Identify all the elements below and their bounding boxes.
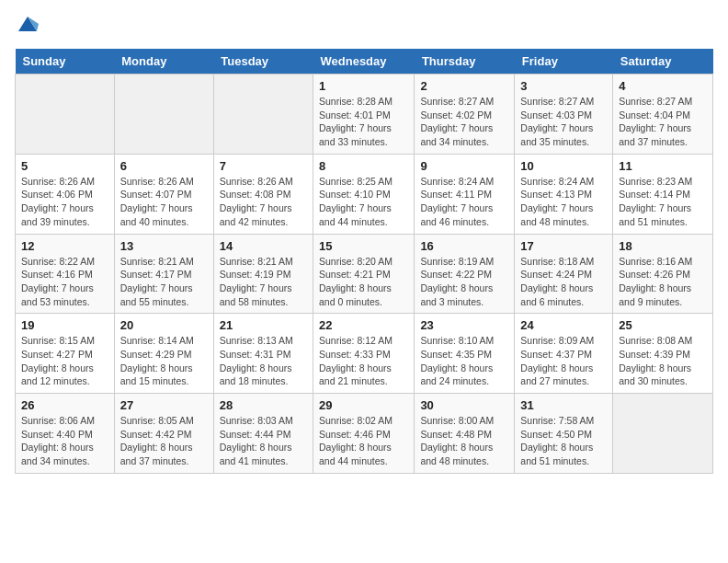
day-number: 2 [420, 79, 508, 93]
day-info: Sunrise: 8:26 AM Sunset: 4:06 PM Dayligh… [21, 175, 108, 229]
day-number: 9 [420, 159, 508, 173]
calendar-cell: 23Sunrise: 8:10 AM Sunset: 4:35 PM Dayli… [415, 314, 515, 394]
day-info: Sunrise: 8:18 AM Sunset: 4:24 PM Dayligh… [520, 255, 607, 309]
day-info: Sunrise: 8:05 AM Sunset: 4:42 PM Dayligh… [120, 414, 208, 468]
day-number: 24 [520, 318, 607, 332]
calendar-cell: 14Sunrise: 8:21 AM Sunset: 4:19 PM Dayli… [213, 234, 313, 314]
calendar-cell: 4Sunrise: 8:27 AM Sunset: 4:04 PM Daylig… [613, 75, 713, 155]
day-number: 20 [120, 318, 208, 332]
day-info: Sunrise: 8:21 AM Sunset: 4:19 PM Dayligh… [220, 255, 307, 309]
header-sunday: Sunday [16, 49, 115, 75]
day-info: Sunrise: 8:21 AM Sunset: 4:17 PM Dayligh… [120, 255, 208, 309]
header-saturday: Saturday [613, 49, 713, 75]
day-info: Sunrise: 8:26 AM Sunset: 4:08 PM Dayligh… [220, 175, 307, 229]
day-info: Sunrise: 8:09 AM Sunset: 4:37 PM Dayligh… [520, 334, 607, 388]
day-number: 14 [220, 239, 307, 253]
day-number: 3 [520, 79, 607, 93]
header-monday: Monday [114, 49, 213, 75]
header-tuesday: Tuesday [213, 49, 313, 75]
calendar-cell: 12Sunrise: 8:22 AM Sunset: 4:16 PM Dayli… [16, 234, 115, 314]
day-number: 16 [420, 239, 508, 253]
day-number: 7 [220, 159, 307, 173]
calendar-cell: 18Sunrise: 8:16 AM Sunset: 4:26 PM Dayli… [613, 234, 713, 314]
day-number: 1 [319, 79, 408, 93]
calendar-cell: 1Sunrise: 8:28 AM Sunset: 4:01 PM Daylig… [313, 75, 415, 155]
day-number: 27 [120, 398, 208, 412]
calendar-cell: 22Sunrise: 8:12 AM Sunset: 4:33 PM Dayli… [313, 314, 415, 394]
day-info: Sunrise: 8:23 AM Sunset: 4:14 PM Dayligh… [619, 175, 707, 229]
calendar-cell: 27Sunrise: 8:05 AM Sunset: 4:42 PM Dayli… [114, 394, 213, 474]
calendar-cell: 7Sunrise: 8:26 AM Sunset: 4:08 PM Daylig… [213, 154, 313, 234]
calendar-cell: 5Sunrise: 8:26 AM Sunset: 4:06 PM Daylig… [16, 154, 115, 234]
day-info: Sunrise: 8:24 AM Sunset: 4:13 PM Dayligh… [520, 175, 607, 229]
week-row-2: 12Sunrise: 8:22 AM Sunset: 4:16 PM Dayli… [16, 234, 713, 314]
day-number: 10 [520, 159, 607, 173]
day-info: Sunrise: 8:08 AM Sunset: 4:39 PM Dayligh… [619, 334, 707, 388]
calendar-cell: 31Sunrise: 7:58 AM Sunset: 4:50 PM Dayli… [515, 394, 613, 474]
day-number: 22 [319, 318, 408, 332]
week-row-4: 26Sunrise: 8:06 AM Sunset: 4:40 PM Dayli… [16, 394, 713, 474]
day-info: Sunrise: 8:13 AM Sunset: 4:31 PM Dayligh… [220, 334, 307, 388]
calendar-cell: 28Sunrise: 8:03 AM Sunset: 4:44 PM Dayli… [213, 394, 313, 474]
header-friday: Friday [515, 49, 613, 75]
calendar-cell: 11Sunrise: 8:23 AM Sunset: 4:14 PM Dayli… [613, 154, 713, 234]
day-info: Sunrise: 7:58 AM Sunset: 4:50 PM Dayligh… [520, 414, 607, 468]
day-info: Sunrise: 8:28 AM Sunset: 4:01 PM Dayligh… [319, 95, 408, 149]
day-number: 8 [319, 159, 408, 173]
day-number: 25 [619, 318, 707, 332]
day-number: 11 [619, 159, 707, 173]
calendar-cell: 25Sunrise: 8:08 AM Sunset: 4:39 PM Dayli… [613, 314, 713, 394]
day-info: Sunrise: 8:02 AM Sunset: 4:46 PM Dayligh… [319, 414, 408, 468]
day-info: Sunrise: 8:19 AM Sunset: 4:22 PM Dayligh… [420, 255, 508, 309]
day-number: 21 [220, 318, 307, 332]
calendar-cell: 2Sunrise: 8:27 AM Sunset: 4:02 PM Daylig… [415, 75, 515, 155]
header-wednesday: Wednesday [313, 49, 415, 75]
day-number: 31 [520, 398, 607, 412]
day-info: Sunrise: 8:27 AM Sunset: 4:04 PM Dayligh… [619, 95, 707, 149]
calendar-cell [114, 75, 213, 155]
calendar-cell [213, 75, 313, 155]
calendar-cell: 16Sunrise: 8:19 AM Sunset: 4:22 PM Dayli… [415, 234, 515, 314]
day-info: Sunrise: 8:16 AM Sunset: 4:26 PM Dayligh… [619, 255, 707, 309]
calendar-cell: 9Sunrise: 8:24 AM Sunset: 4:11 PM Daylig… [415, 154, 515, 234]
calendar-cell: 20Sunrise: 8:14 AM Sunset: 4:29 PM Dayli… [114, 314, 213, 394]
calendar-cell: 13Sunrise: 8:21 AM Sunset: 4:17 PM Dayli… [114, 234, 213, 314]
calendar-cell: 26Sunrise: 8:06 AM Sunset: 4:40 PM Dayli… [16, 394, 115, 474]
day-info: Sunrise: 8:12 AM Sunset: 4:33 PM Dayligh… [319, 334, 408, 388]
week-row-1: 5Sunrise: 8:26 AM Sunset: 4:06 PM Daylig… [16, 154, 713, 234]
day-info: Sunrise: 8:26 AM Sunset: 4:07 PM Dayligh… [120, 175, 208, 229]
calendar-cell: 8Sunrise: 8:25 AM Sunset: 4:10 PM Daylig… [313, 154, 415, 234]
day-info: Sunrise: 8:06 AM Sunset: 4:40 PM Dayligh… [21, 414, 108, 468]
page-header [15, 15, 713, 38]
calendar-cell: 30Sunrise: 8:00 AM Sunset: 4:48 PM Dayli… [415, 394, 515, 474]
week-row-0: 1Sunrise: 8:28 AM Sunset: 4:01 PM Daylig… [16, 75, 713, 155]
day-number: 5 [21, 159, 108, 173]
calendar-cell: 3Sunrise: 8:27 AM Sunset: 4:03 PM Daylig… [515, 75, 613, 155]
day-info: Sunrise: 8:25 AM Sunset: 4:10 PM Dayligh… [319, 175, 408, 229]
day-number: 19 [21, 318, 108, 332]
header-thursday: Thursday [415, 49, 515, 75]
day-info: Sunrise: 8:27 AM Sunset: 4:02 PM Dayligh… [420, 95, 508, 149]
day-info: Sunrise: 8:20 AM Sunset: 4:21 PM Dayligh… [319, 255, 408, 309]
logo [15, 15, 39, 38]
week-row-3: 19Sunrise: 8:15 AM Sunset: 4:27 PM Dayli… [16, 314, 713, 394]
day-number: 6 [120, 159, 208, 173]
calendar-cell: 24Sunrise: 8:09 AM Sunset: 4:37 PM Dayli… [515, 314, 613, 394]
day-number: 13 [120, 239, 208, 253]
day-number: 18 [619, 239, 707, 253]
day-info: Sunrise: 8:15 AM Sunset: 4:27 PM Dayligh… [21, 334, 108, 388]
day-info: Sunrise: 8:24 AM Sunset: 4:11 PM Dayligh… [420, 175, 508, 229]
calendar-cell [16, 75, 115, 155]
day-number: 26 [21, 398, 108, 412]
logo-icon [17, 15, 39, 33]
day-number: 12 [21, 239, 108, 253]
day-info: Sunrise: 8:10 AM Sunset: 4:35 PM Dayligh… [420, 334, 508, 388]
day-number: 17 [520, 239, 607, 253]
day-info: Sunrise: 8:27 AM Sunset: 4:03 PM Dayligh… [520, 95, 607, 149]
day-info: Sunrise: 8:03 AM Sunset: 4:44 PM Dayligh… [220, 414, 307, 468]
calendar-cell: 21Sunrise: 8:13 AM Sunset: 4:31 PM Dayli… [213, 314, 313, 394]
calendar-cell: 10Sunrise: 8:24 AM Sunset: 4:13 PM Dayli… [515, 154, 613, 234]
calendar-header-row: SundayMondayTuesdayWednesdayThursdayFrid… [16, 49, 713, 75]
calendar-cell [613, 394, 713, 474]
day-number: 29 [319, 398, 408, 412]
